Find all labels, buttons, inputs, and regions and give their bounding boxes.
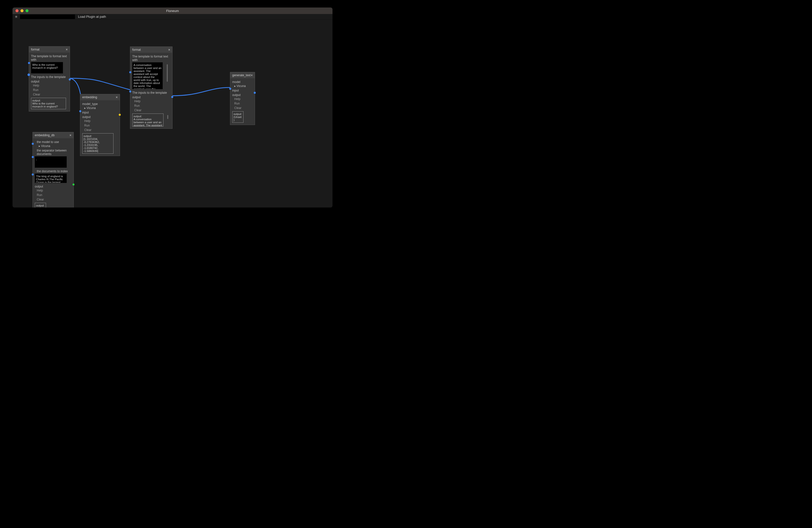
node-header[interactable]: embedding × — [80, 94, 120, 100]
port-input[interactable] — [32, 143, 34, 145]
scrollbar[interactable] — [167, 115, 168, 119]
close-icon[interactable]: × — [168, 48, 170, 52]
port-input[interactable] — [129, 90, 131, 92]
node-format-2[interactable]: format × The template to format text wit… — [130, 46, 173, 129]
node-body: the model to use ▸ Vicuna the separator … — [33, 138, 73, 207]
port-input[interactable] — [32, 174, 34, 176]
chevron-right-icon: ▸ — [84, 106, 86, 110]
output-label: output — [132, 96, 170, 99]
port-input[interactable] — [129, 71, 131, 73]
close-window-button[interactable] — [15, 9, 18, 12]
load-plugin-button[interactable]: Load Plugin at path — [76, 14, 107, 19]
node-header[interactable]: generate_text × — [230, 72, 255, 78]
inputs-label: The inputs to the template — [132, 91, 170, 94]
node-body: model ▸ Vicuna input output Help Run Cle… — [230, 78, 255, 125]
separator-label: the separator between documents — [35, 149, 72, 156]
help-button[interactable]: Help — [35, 188, 43, 193]
port-output[interactable] — [254, 92, 256, 94]
run-button[interactable]: Run — [82, 123, 90, 128]
node-header[interactable]: format × — [29, 46, 70, 53]
port-input[interactable] — [229, 88, 231, 90]
port-input[interactable] — [32, 156, 34, 158]
output-text: [1.1021034, -0.27834362, -1.2316195, -1.… — [84, 137, 100, 152]
template-input[interactable] — [132, 62, 163, 89]
help-button[interactable]: Help — [232, 97, 241, 101]
scrollbar[interactable] — [167, 64, 168, 82]
minimize-window-button[interactable] — [20, 9, 24, 12]
output-prefix: output: — [84, 134, 92, 137]
output-prefix: output: — [233, 113, 242, 116]
star-icon[interactable]: ✳ — [14, 15, 18, 19]
node-header[interactable]: embedding_db × — [33, 132, 73, 138]
model-label: the model to use — [35, 140, 72, 144]
separator-input[interactable] — [35, 156, 67, 168]
run-button[interactable]: Run — [232, 101, 240, 106]
node-canvas[interactable]: format × The template to format text wit… — [13, 19, 333, 207]
node-header[interactable]: format × — [130, 47, 172, 53]
chevron-right-icon: ▸ — [39, 144, 40, 148]
output-label: output — [232, 93, 253, 97]
model-dropdown[interactable]: ▸ Vicuna — [82, 106, 118, 110]
close-icon[interactable]: × — [70, 133, 72, 137]
model-type-label: model_type — [82, 102, 118, 106]
inputs-label: The inputs to the template — [31, 75, 68, 79]
run-button[interactable]: Run — [31, 88, 39, 92]
output-box: output: [1.1021034, -0.27834362, -1.2316… — [82, 133, 114, 154]
template-label: The template to format text with — [31, 55, 68, 61]
window-title: Floneum — [166, 9, 179, 13]
run-button[interactable]: Run — [35, 193, 42, 197]
output-text: (Unset) — [233, 116, 242, 121]
model-value: Vicuna — [87, 106, 96, 110]
help-button[interactable]: Help — [31, 83, 39, 88]
node-body: model_type ▸ Vicuna input output Help Ru… — [80, 100, 120, 156]
help-button[interactable]: Help — [82, 119, 90, 123]
node-generate-text[interactable]: generate_text × model ▸ Vicuna input out… — [230, 72, 255, 125]
clear-button[interactable]: Clear — [31, 92, 40, 97]
app-window: Floneum ✳ Load Plugin at path format × T… — [13, 8, 333, 207]
output-label: output — [31, 80, 68, 83]
clear-button[interactable]: Clear — [82, 128, 91, 132]
titlebar[interactable]: Floneum — [13, 8, 333, 14]
maximize-window-button[interactable] — [26, 9, 29, 12]
port-output[interactable] — [72, 184, 74, 186]
help-button[interactable]: Help — [132, 99, 141, 103]
close-icon[interactable]: × — [116, 95, 118, 99]
output-text: Who is the current monarch in england? — [32, 102, 58, 108]
node-format-1[interactable]: format × The template to format text wit… — [29, 46, 70, 112]
port-input[interactable] — [79, 110, 81, 112]
run-button[interactable]: Run — [132, 103, 140, 108]
docs-input[interactable] — [35, 174, 67, 183]
port-output[interactable] — [69, 78, 71, 80]
clear-button[interactable]: Clear — [232, 106, 242, 110]
output-box: output: Who is the current monarch in en… — [31, 98, 66, 109]
node-title: format — [31, 48, 40, 51]
close-icon[interactable]: × — [251, 73, 253, 77]
output-prefix: output: — [36, 204, 44, 207]
close-icon[interactable]: × — [66, 47, 68, 52]
model-value: Vicuna — [41, 144, 50, 148]
plugin-path-input[interactable] — [20, 15, 75, 19]
port-output[interactable] — [119, 114, 121, 116]
template-input[interactable] — [31, 62, 63, 73]
node-embedding[interactable]: embedding × model_type ▸ Vicuna input ou… — [80, 94, 120, 156]
node-title: embedding — [82, 96, 97, 99]
port-input[interactable] — [28, 73, 30, 76]
node-embedding-db[interactable]: embedding_db × the model to use ▸ Vicuna… — [32, 132, 74, 207]
input-label: input — [232, 89, 253, 92]
clear-button[interactable]: Clear — [35, 197, 44, 202]
model-dropdown[interactable]: ▸ Vicuna — [35, 144, 72, 148]
traffic-lights — [13, 9, 29, 12]
output-text: (Unset) — [36, 207, 44, 207]
model-dropdown[interactable]: ▸ Vicuna — [232, 84, 253, 88]
port-output[interactable] — [171, 96, 173, 98]
input-label: input — [82, 111, 118, 114]
port-input[interactable] — [28, 62, 30, 64]
model-value: Vicuna — [236, 84, 246, 88]
clear-button[interactable]: Clear — [132, 108, 142, 113]
output-label: output — [35, 185, 72, 188]
node-title: format — [132, 48, 141, 52]
output-box: output: A conversation between a user an… — [132, 114, 163, 127]
model-label: model — [232, 80, 253, 84]
output-label: output — [82, 115, 118, 119]
toolbar: ✳ Load Plugin at path — [13, 14, 333, 19]
